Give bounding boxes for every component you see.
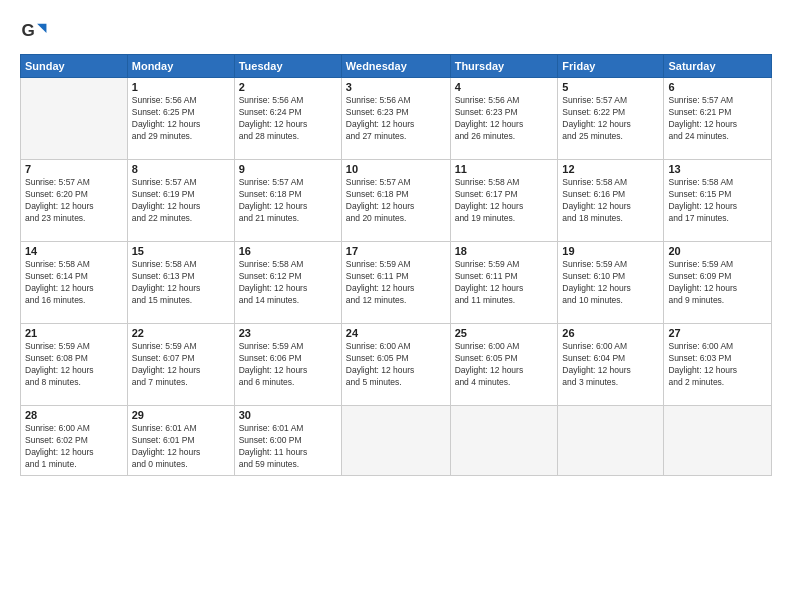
calendar-cell: 10Sunrise: 5:57 AM Sunset: 6:18 PM Dayli… xyxy=(341,160,450,242)
week-row: 1Sunrise: 5:56 AM Sunset: 6:25 PM Daylig… xyxy=(21,78,772,160)
day-info: Sunrise: 6:00 AM Sunset: 6:05 PM Dayligh… xyxy=(346,341,446,389)
calendar-cell xyxy=(21,78,128,160)
calendar-cell xyxy=(558,406,664,476)
day-number: 9 xyxy=(239,163,337,175)
weekday-header: Friday xyxy=(558,55,664,78)
day-info: Sunrise: 6:01 AM Sunset: 6:01 PM Dayligh… xyxy=(132,423,230,471)
day-number: 13 xyxy=(668,163,767,175)
calendar-cell: 15Sunrise: 5:58 AM Sunset: 6:13 PM Dayli… xyxy=(127,242,234,324)
day-info: Sunrise: 5:58 AM Sunset: 6:13 PM Dayligh… xyxy=(132,259,230,307)
calendar-cell: 19Sunrise: 5:59 AM Sunset: 6:10 PM Dayli… xyxy=(558,242,664,324)
day-info: Sunrise: 5:57 AM Sunset: 6:19 PM Dayligh… xyxy=(132,177,230,225)
calendar-cell: 4Sunrise: 5:56 AM Sunset: 6:23 PM Daylig… xyxy=(450,78,558,160)
calendar-cell: 8Sunrise: 5:57 AM Sunset: 6:19 PM Daylig… xyxy=(127,160,234,242)
calendar-cell: 21Sunrise: 5:59 AM Sunset: 6:08 PM Dayli… xyxy=(21,324,128,406)
day-info: Sunrise: 5:56 AM Sunset: 6:23 PM Dayligh… xyxy=(346,95,446,143)
calendar-cell xyxy=(664,406,772,476)
day-info: Sunrise: 5:59 AM Sunset: 6:09 PM Dayligh… xyxy=(668,259,767,307)
day-info: Sunrise: 5:59 AM Sunset: 6:10 PM Dayligh… xyxy=(562,259,659,307)
day-info: Sunrise: 5:58 AM Sunset: 6:12 PM Dayligh… xyxy=(239,259,337,307)
day-info: Sunrise: 6:01 AM Sunset: 6:00 PM Dayligh… xyxy=(239,423,337,471)
day-info: Sunrise: 5:59 AM Sunset: 6:07 PM Dayligh… xyxy=(132,341,230,389)
calendar-cell: 23Sunrise: 5:59 AM Sunset: 6:06 PM Dayli… xyxy=(234,324,341,406)
calendar-cell: 24Sunrise: 6:00 AM Sunset: 6:05 PM Dayli… xyxy=(341,324,450,406)
calendar-cell: 2Sunrise: 5:56 AM Sunset: 6:24 PM Daylig… xyxy=(234,78,341,160)
day-number: 12 xyxy=(562,163,659,175)
svg-text:G: G xyxy=(22,21,35,40)
svg-marker-1 xyxy=(37,24,46,33)
weekday-header: Saturday xyxy=(664,55,772,78)
day-info: Sunrise: 5:58 AM Sunset: 6:14 PM Dayligh… xyxy=(25,259,123,307)
day-info: Sunrise: 6:00 AM Sunset: 6:04 PM Dayligh… xyxy=(562,341,659,389)
calendar-cell: 29Sunrise: 6:01 AM Sunset: 6:01 PM Dayli… xyxy=(127,406,234,476)
day-number: 8 xyxy=(132,163,230,175)
day-number: 5 xyxy=(562,81,659,93)
calendar-cell: 7Sunrise: 5:57 AM Sunset: 6:20 PM Daylig… xyxy=(21,160,128,242)
calendar-cell: 12Sunrise: 5:58 AM Sunset: 6:16 PM Dayli… xyxy=(558,160,664,242)
day-info: Sunrise: 5:57 AM Sunset: 6:20 PM Dayligh… xyxy=(25,177,123,225)
calendar-cell: 9Sunrise: 5:57 AM Sunset: 6:18 PM Daylig… xyxy=(234,160,341,242)
calendar-cell: 30Sunrise: 6:01 AM Sunset: 6:00 PM Dayli… xyxy=(234,406,341,476)
header: G xyxy=(20,16,772,44)
calendar-cell: 22Sunrise: 5:59 AM Sunset: 6:07 PM Dayli… xyxy=(127,324,234,406)
week-row: 7Sunrise: 5:57 AM Sunset: 6:20 PM Daylig… xyxy=(21,160,772,242)
day-number: 14 xyxy=(25,245,123,257)
day-number: 7 xyxy=(25,163,123,175)
day-number: 18 xyxy=(455,245,554,257)
calendar-cell: 1Sunrise: 5:56 AM Sunset: 6:25 PM Daylig… xyxy=(127,78,234,160)
day-info: Sunrise: 5:59 AM Sunset: 6:08 PM Dayligh… xyxy=(25,341,123,389)
logo: G xyxy=(20,16,52,44)
calendar-cell: 20Sunrise: 5:59 AM Sunset: 6:09 PM Dayli… xyxy=(664,242,772,324)
calendar-cell: 14Sunrise: 5:58 AM Sunset: 6:14 PM Dayli… xyxy=(21,242,128,324)
week-row: 28Sunrise: 6:00 AM Sunset: 6:02 PM Dayli… xyxy=(21,406,772,476)
day-number: 28 xyxy=(25,409,123,421)
day-number: 25 xyxy=(455,327,554,339)
day-number: 27 xyxy=(668,327,767,339)
calendar-cell xyxy=(341,406,450,476)
day-info: Sunrise: 5:57 AM Sunset: 6:18 PM Dayligh… xyxy=(346,177,446,225)
day-number: 2 xyxy=(239,81,337,93)
day-number: 15 xyxy=(132,245,230,257)
calendar-cell: 18Sunrise: 5:59 AM Sunset: 6:11 PM Dayli… xyxy=(450,242,558,324)
day-number: 19 xyxy=(562,245,659,257)
weekday-header: Monday xyxy=(127,55,234,78)
calendar-cell: 3Sunrise: 5:56 AM Sunset: 6:23 PM Daylig… xyxy=(341,78,450,160)
day-number: 11 xyxy=(455,163,554,175)
weekday-header-row: SundayMondayTuesdayWednesdayThursdayFrid… xyxy=(21,55,772,78)
day-number: 4 xyxy=(455,81,554,93)
day-info: Sunrise: 5:58 AM Sunset: 6:17 PM Dayligh… xyxy=(455,177,554,225)
logo-icon: G xyxy=(20,16,48,44)
calendar-cell: 17Sunrise: 5:59 AM Sunset: 6:11 PM Dayli… xyxy=(341,242,450,324)
day-number: 6 xyxy=(668,81,767,93)
day-info: Sunrise: 5:56 AM Sunset: 6:24 PM Dayligh… xyxy=(239,95,337,143)
calendar-cell: 5Sunrise: 5:57 AM Sunset: 6:22 PM Daylig… xyxy=(558,78,664,160)
calendar: SundayMondayTuesdayWednesdayThursdayFrid… xyxy=(20,54,772,476)
day-number: 1 xyxy=(132,81,230,93)
day-number: 22 xyxy=(132,327,230,339)
day-info: Sunrise: 5:57 AM Sunset: 6:22 PM Dayligh… xyxy=(562,95,659,143)
calendar-cell: 27Sunrise: 6:00 AM Sunset: 6:03 PM Dayli… xyxy=(664,324,772,406)
day-info: Sunrise: 5:59 AM Sunset: 6:11 PM Dayligh… xyxy=(455,259,554,307)
day-info: Sunrise: 5:57 AM Sunset: 6:21 PM Dayligh… xyxy=(668,95,767,143)
day-info: Sunrise: 5:59 AM Sunset: 6:06 PM Dayligh… xyxy=(239,341,337,389)
calendar-cell: 16Sunrise: 5:58 AM Sunset: 6:12 PM Dayli… xyxy=(234,242,341,324)
week-row: 14Sunrise: 5:58 AM Sunset: 6:14 PM Dayli… xyxy=(21,242,772,324)
day-number: 30 xyxy=(239,409,337,421)
calendar-cell: 28Sunrise: 6:00 AM Sunset: 6:02 PM Dayli… xyxy=(21,406,128,476)
day-info: Sunrise: 5:56 AM Sunset: 6:23 PM Dayligh… xyxy=(455,95,554,143)
day-number: 16 xyxy=(239,245,337,257)
calendar-cell xyxy=(450,406,558,476)
day-number: 17 xyxy=(346,245,446,257)
day-info: Sunrise: 5:59 AM Sunset: 6:11 PM Dayligh… xyxy=(346,259,446,307)
calendar-cell: 13Sunrise: 5:58 AM Sunset: 6:15 PM Dayli… xyxy=(664,160,772,242)
weekday-header: Thursday xyxy=(450,55,558,78)
day-number: 23 xyxy=(239,327,337,339)
calendar-cell: 6Sunrise: 5:57 AM Sunset: 6:21 PM Daylig… xyxy=(664,78,772,160)
day-info: Sunrise: 5:58 AM Sunset: 6:16 PM Dayligh… xyxy=(562,177,659,225)
calendar-cell: 26Sunrise: 6:00 AM Sunset: 6:04 PM Dayli… xyxy=(558,324,664,406)
day-number: 29 xyxy=(132,409,230,421)
calendar-cell: 25Sunrise: 6:00 AM Sunset: 6:05 PM Dayli… xyxy=(450,324,558,406)
weekday-header: Tuesday xyxy=(234,55,341,78)
day-number: 20 xyxy=(668,245,767,257)
day-info: Sunrise: 5:57 AM Sunset: 6:18 PM Dayligh… xyxy=(239,177,337,225)
